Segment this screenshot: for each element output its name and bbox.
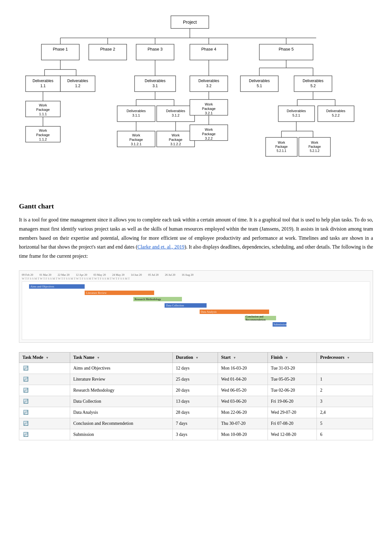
gantt-section: Gantt chart It is a tool for good time m… <box>19 202 373 261</box>
start-cell: Thu 30-07-20 <box>218 418 268 429</box>
gantt-table: Task Mode ▼ Task Name ▼ Duration ▼ Start… <box>19 352 373 440</box>
svg-text:3.1.2.2: 3.1.2.2 <box>170 142 181 146</box>
task-mode-icon: 🔃 <box>22 376 29 382</box>
svg-text:Work: Work <box>205 128 213 131</box>
task-name-cell: Literature Review <box>70 374 172 385</box>
task-name-cell: Research Methodology <box>70 385 172 396</box>
svg-text:Work: Work <box>39 103 47 107</box>
task-name-cell: Data Analysis <box>70 407 172 418</box>
task-mode-cell: 🔃 <box>19 374 70 385</box>
duration-cell: 25 days <box>172 374 218 385</box>
gantt-title: Gantt chart <box>19 202 373 210</box>
col-header-predecessors[interactable]: Predecessors ▼ <box>317 352 373 363</box>
svg-text:1.1: 1.1 <box>40 84 45 88</box>
svg-text:Phase 3: Phase 3 <box>148 47 163 51</box>
gantt-chart-visual: 09 Feb 2001 Mar 2022 Mar 2012 Apr 2003 M… <box>19 270 373 343</box>
bar-submission: Submission <box>273 322 286 327</box>
predecessors-cell <box>317 363 373 374</box>
svg-text:3.2.2: 3.2.2 <box>205 136 212 140</box>
start-cell: Wed 06-05-20 <box>218 385 268 396</box>
svg-text:Deliverables: Deliverables <box>166 109 185 113</box>
svg-text:5.2.2: 5.2.2 <box>332 113 339 117</box>
svg-text:Work: Work <box>278 141 285 144</box>
start-cell: Wed 03-06-20 <box>218 396 268 407</box>
svg-text:Deliverables: Deliverables <box>32 79 53 83</box>
svg-text:5.1: 5.1 <box>256 84 262 88</box>
col-header-start[interactable]: Start ▼ <box>218 352 268 363</box>
svg-text:5.2.1: 5.2.1 <box>292 113 300 117</box>
task-name-cell: Data Collection <box>70 396 172 407</box>
svg-text:Work: Work <box>39 129 47 132</box>
svg-text:3.1.2: 3.1.2 <box>172 113 179 117</box>
duration-cell: 13 days <box>172 396 218 407</box>
finish-cell: Wed 12-08-20 <box>268 429 317 440</box>
gantt-description: It is a tool for good time management si… <box>19 215 373 261</box>
predecessors-cell: 2 <box>317 385 373 396</box>
svg-text:Deliverables: Deliverables <box>198 79 219 83</box>
finish-cell: Tue 05-05-20 <box>268 374 317 385</box>
svg-text:Project: Project <box>183 20 197 25</box>
svg-text:Work: Work <box>172 133 180 137</box>
bar-research: Research Methodology <box>133 297 182 301</box>
task-name-cell: Aims and Objectives <box>70 363 172 374</box>
task-mode-icon: 🔃 <box>22 365 29 371</box>
table-row: 🔃 Conclusion and Recommendetion 7 days T… <box>19 418 373 429</box>
duration-cell: 28 days <box>172 407 218 418</box>
col-header-task-mode[interactable]: Task Mode ▼ <box>19 352 70 363</box>
svg-text:3.2.1: 3.2.1 <box>205 111 212 115</box>
col-header-finish[interactable]: Finish ▼ <box>268 352 317 363</box>
task-mode-icon: 🔃 <box>22 409 29 416</box>
col-header-task-name[interactable]: Task Name ▼ <box>70 352 172 363</box>
predecessors-cell: 3 <box>317 396 373 407</box>
bar-conclusion: Conclusion and Recommendetion <box>245 316 276 320</box>
svg-text:Deliverables: Deliverables <box>286 109 306 113</box>
svg-text:Deliverables: Deliverables <box>67 79 88 83</box>
duration-cell: 20 days <box>172 385 218 396</box>
svg-text:3.2: 3.2 <box>206 84 211 88</box>
svg-text:Phase 1: Phase 1 <box>53 47 68 51</box>
finish-cell: Fri 07-08-20 <box>268 418 317 429</box>
task-mode-icon: 🔃 <box>22 420 29 427</box>
task-mode-cell: 🔃 <box>19 429 70 440</box>
svg-text:3.1.1: 3.1.1 <box>132 113 140 117</box>
start-cell: Wed 01-04-20 <box>218 374 268 385</box>
start-cell: Mon 10-08-20 <box>218 429 268 440</box>
svg-text:Package: Package <box>275 145 287 148</box>
start-cell: Mon 16-03-20 <box>218 363 268 374</box>
table-row: 🔃 Aims and Objectives 12 days Mon 16-03-… <box>19 363 373 374</box>
predecessors-cell: 2,4 <box>317 407 373 418</box>
table-row: 🔃 Research Methodology 20 days Wed 06-05… <box>19 385 373 396</box>
duration-cell: 12 days <box>172 363 218 374</box>
svg-text:Deliverables: Deliverables <box>126 109 146 113</box>
svg-text:5.2: 5.2 <box>310 84 316 88</box>
predecessors-cell: 5 <box>317 418 373 429</box>
finish-cell: Wed 29-07-20 <box>268 407 317 418</box>
svg-text:Package: Package <box>169 138 182 142</box>
svg-text:1.1.2: 1.1.2 <box>39 137 46 141</box>
svg-text:Deliverables: Deliverables <box>302 79 323 83</box>
svg-text:3.1.2.1: 3.1.2.1 <box>131 142 142 146</box>
predecessors-cell: 1 <box>317 374 373 385</box>
table-row: 🔃 Submission 3 days Mon 10-08-20 Wed 12-… <box>19 429 373 440</box>
task-mode-cell: 🔃 <box>19 385 70 396</box>
bar-lit: Literature Review <box>85 291 154 295</box>
table-row: 🔃 Data Analysis 28 days Mon 22-06-20 Wed… <box>19 407 373 418</box>
svg-text:Phase 2: Phase 2 <box>100 47 115 51</box>
svg-text:Phase 4: Phase 4 <box>201 47 216 51</box>
task-mode-icon: 🔃 <box>22 387 29 394</box>
bar-data-col: Data Collection <box>165 303 206 308</box>
task-name-cell: Conclusion and Recommendetion <box>70 418 172 429</box>
svg-text:1.2: 1.2 <box>75 84 80 88</box>
svg-text:Deliverables: Deliverables <box>326 109 345 113</box>
svg-text:Package: Package <box>308 145 321 148</box>
svg-text:3.1: 3.1 <box>152 84 158 88</box>
col-header-duration[interactable]: Duration ▼ <box>172 352 218 363</box>
predecessors-cell: 6 <box>317 429 373 440</box>
svg-text:5.2.1.1: 5.2.1.1 <box>276 149 286 153</box>
svg-text:Phase 5: Phase 5 <box>279 47 294 51</box>
finish-cell: Fri 19-06-20 <box>268 396 317 407</box>
wbs-diagram: Project Phase 1 Phase 2 Phase 3 Phase 4 … <box>19 13 373 190</box>
finish-cell: Tue 02-06-20 <box>268 385 317 396</box>
svg-text:Package: Package <box>36 133 50 137</box>
bar-data-anal: Data Analysis <box>200 310 269 314</box>
